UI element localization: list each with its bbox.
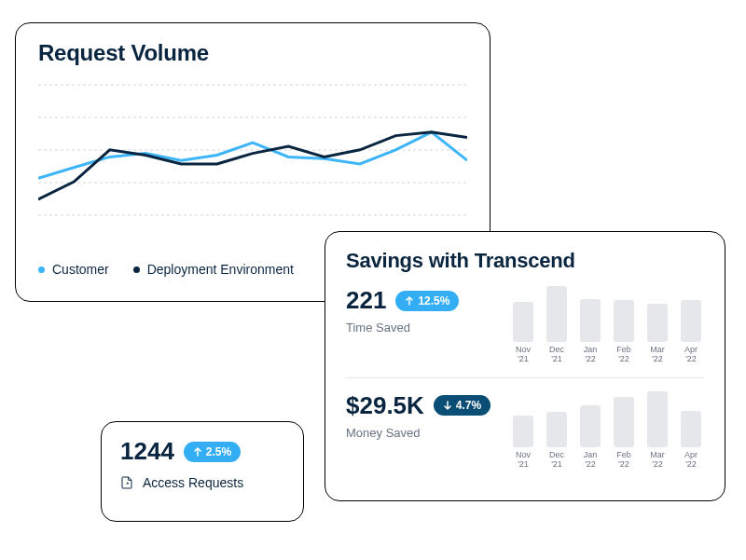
arrow-down-icon [443,401,452,410]
bar-label: Dec '21 [544,346,570,364]
line-chart-svg [38,75,467,253]
bar-label: Jan '22 [577,451,603,470]
bar-label: Nov '21 [510,451,536,470]
legend-dot-icon [38,266,45,273]
bar-label: Feb '22 [611,451,637,470]
legend-dot-icon [133,266,140,273]
arrow-up-icon [405,296,414,306]
chart-gridlines [38,85,467,215]
time-saved-bars: Nov '21Dec '21Jan '22Feb '22Mar '22Apr '… [510,286,704,364]
legend-label: Deployment Environment [147,262,294,277]
card-title: Request Volume [38,40,467,66]
bar-label: Mar '22 [644,451,670,470]
delta-value: 2.5% [206,445,231,458]
arrow-up-icon [193,447,202,457]
bar-column: Dec '21 [544,412,570,469]
access-requests-card: 1244 2.5% Access Requests [101,421,304,522]
bar-column: Dec '21 [544,286,570,364]
time-saved-metric: 221 12.5% Time Saved [346,286,497,335]
time-saved-row: 221 12.5% Time Saved Nov '21Dec '21Jan '… [346,286,704,378]
metric-value: $29.5K [346,391,424,420]
bar-column: Mar '22 [644,391,670,470]
bar [681,300,701,342]
money-saved-bars: Nov '21Dec '21Jan '22Feb '22Mar '22Apr '… [510,391,704,470]
bar [614,397,634,447]
delta-badge: 2.5% [184,442,241,462]
bar-column: Apr '22 [678,411,704,470]
request-volume-chart [38,75,467,253]
bar [647,391,668,447]
delta-value: 12.5% [418,294,449,307]
bar-label: Feb '22 [611,346,637,364]
bar [546,412,567,447]
access-request-icon [120,475,135,490]
bar-column: Mar '22 [644,304,670,364]
bar [513,416,533,447]
bar-column: Feb '22 [611,300,637,364]
bar [546,286,567,342]
metric-label: Time Saved [346,321,497,335]
bar-label: Mar '22 [644,346,670,364]
metric-value: 221 [346,286,386,315]
bar-label: Jan '22 [577,346,603,364]
delta-badge: 12.5% [395,291,459,311]
metric-value: 1244 [120,437,174,466]
card-title: Savings with Transcend [346,249,704,273]
bar-column: Nov '21 [510,416,536,470]
money-saved-row: $29.5K 4.7% Money Saved Nov '21Dec '21Ja… [346,391,704,470]
legend-item-deployment: Deployment Environment [133,262,294,277]
delta-value: 4.7% [456,399,481,412]
bar-column: Jan '22 [577,299,603,364]
legend-label: Customer [52,262,109,277]
bar [513,302,533,343]
money-saved-metric: $29.5K 4.7% Money Saved [346,391,497,440]
delta-badge: 4.7% [434,395,490,416]
bar-column: Apr '22 [678,300,704,364]
metric-label: Access Requests [143,475,243,490]
bar-label: Nov '21 [510,346,536,364]
metric-label: Money Saved [346,426,497,440]
bar [647,304,668,342]
bar-column: Feb '22 [611,397,637,470]
bar-column: Nov '21 [510,302,536,364]
bar [580,299,601,343]
bar [681,411,701,447]
bar-label: Dec '21 [544,451,570,470]
legend-item-customer: Customer [38,262,109,277]
bar-label: Apr '22 [678,451,704,470]
bar-column: Jan '22 [577,405,603,470]
bar-label: Apr '22 [678,346,704,364]
savings-card: Savings with Transcend 221 12.5% Time Sa… [325,231,725,501]
bar [614,300,634,342]
bar [580,405,601,447]
